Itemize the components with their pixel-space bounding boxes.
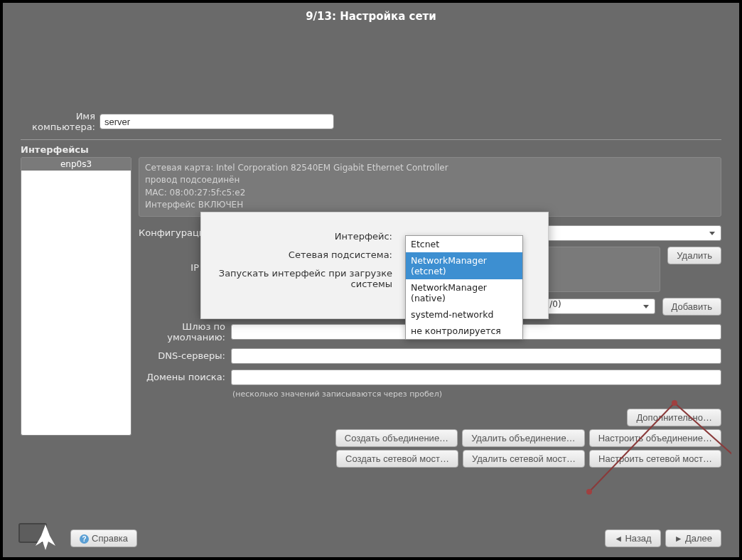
dropdown-item-unmanaged[interactable]: не контролируется [406,323,522,339]
dropdown-item-etcnet[interactable]: Etcnet [406,236,522,252]
app-window: 9/13: Настройка сети Имя компьютера: Инт… [3,3,739,557]
modal-autostart-label: Запускать интерфейс при загрузке системы [217,266,396,289]
dropdown-item-nm-etcnet[interactable]: NetworkManager (etcnet) [406,252,522,279]
modal-overlay: Интерфейс: Сетевая подсистема: Запускать… [3,3,739,557]
subsystem-dropdown[interactable]: Etcnet NetworkManager (etcnet) NetworkMa… [405,235,523,340]
dropdown-item-nm-native[interactable]: NetworkManager (native) [406,279,522,306]
dropdown-item-systemd-networkd[interactable]: systemd-networkd [406,306,522,323]
modal-iface-label: Интерфейс: [217,230,396,242]
modal-subsys-label: Сетевая подсистема: [217,248,396,260]
